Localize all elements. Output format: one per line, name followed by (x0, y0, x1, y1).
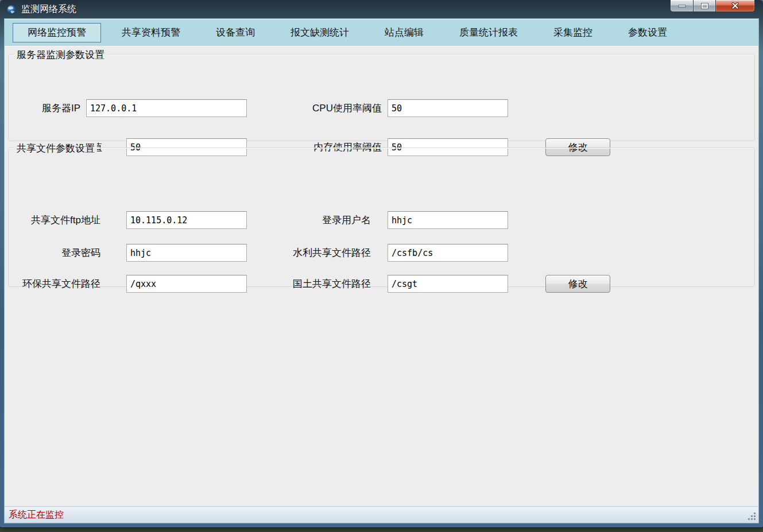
share-params-groupbox: 共享文件参数设置 (8, 147, 755, 287)
maximize-icon (701, 3, 708, 9)
status-message: 系统正在监控 (9, 509, 64, 521)
ftp-address-input[interactable] (126, 211, 247, 229)
server-ip-label: 服务器IP (8, 99, 80, 117)
env-share-path-label: 环保共享文件路径 (8, 275, 100, 293)
share-params-group-title: 共享文件参数设置 (14, 142, 97, 155)
tab-device-query[interactable]: 设备查询 (201, 23, 270, 42)
tab-network-monitor-warning[interactable]: 网络监控预警 (13, 23, 101, 42)
window-title: 监测网络系统 (21, 3, 76, 15)
caption-button-group (670, 0, 755, 12)
minimize-icon (678, 5, 686, 7)
close-button[interactable] (716, 0, 755, 12)
land-share-path-label: 国土共享文件路径 (269, 275, 371, 293)
app-window: 监测网络系统 网络监控预警 共享资料预警 设备查询 报文缺测统计 站点编辑 质量… (0, 0, 763, 527)
tab-bar: 网络监控预警 共享资料预警 设备查询 报文缺测统计 站点编辑 质量统计报表 采集… (5, 19, 758, 46)
maximize-button[interactable] (693, 0, 716, 12)
server-params-groupbox: 服务器监测参数设置 (8, 54, 755, 141)
login-password-label: 登录密码 (8, 244, 100, 262)
client-area: 网络监控预警 共享资料预警 设备查询 报文缺测统计 站点编辑 质量统计报表 采集… (5, 19, 758, 523)
title-bar[interactable]: 监测网络系统 (0, 0, 763, 19)
tab-message-missing-stats[interactable]: 报文缺测统计 (276, 23, 364, 42)
share-modify-button[interactable]: 修改 (545, 275, 610, 293)
login-password-input[interactable] (126, 244, 247, 262)
tab-parameter-settings[interactable]: 参数设置 (613, 23, 682, 42)
globe-icon (6, 5, 17, 15)
land-share-path-input[interactable] (388, 275, 508, 293)
tab-station-edit[interactable]: 站点编辑 (370, 23, 439, 42)
water-share-path-label: 水利共享文件路径 (269, 244, 371, 262)
tab-page-network-monitor: 服务器监测参数设置 服务器IP CPU使用率阈值 磁盘空间阈值 内存使用率阈值 … (5, 46, 758, 506)
login-username-input[interactable] (388, 211, 508, 229)
tab-collection-monitor[interactable]: 采集监控 (539, 23, 607, 42)
water-share-path-input[interactable] (388, 244, 508, 262)
cpu-threshold-label: CPU使用率阈值 (269, 99, 382, 117)
cpu-threshold-input[interactable] (388, 99, 508, 117)
tab-quality-report[interactable]: 质量统计报表 (444, 23, 533, 42)
minimize-button[interactable] (670, 0, 693, 12)
env-share-path-input[interactable] (126, 275, 247, 293)
ftp-address-label: 共享文件ftp地址 (8, 211, 100, 229)
status-bar: 系统正在监控 (5, 506, 758, 523)
tab-shared-data-warning[interactable]: 共享资料预警 (107, 23, 195, 42)
close-icon (731, 2, 739, 9)
login-username-label: 登录用户名 (269, 211, 371, 229)
server-ip-input[interactable] (86, 99, 247, 117)
resize-grip[interactable] (754, 518, 756, 520)
server-params-group-title: 服务器监测参数设置 (14, 48, 107, 61)
